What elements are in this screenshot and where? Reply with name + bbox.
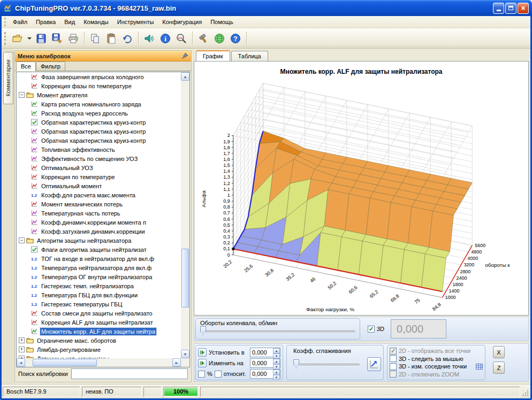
tree-item[interactable]: Обратная характеристика круиз-контр: [17, 136, 181, 145]
tree-item[interactable]: 1.2Температура нейтрализатора для вкл.ф: [17, 263, 181, 272]
spin-down-button[interactable]: ▼: [273, 375, 280, 380]
calibration-search-input[interactable]: [71, 368, 188, 379]
tree-item[interactable]: Флаги алгоритма защиты нейтрализат: [17, 245, 181, 254]
menu-item[interactable]: Правка: [32, 17, 60, 27]
display-option-2[interactable]: 3D - следить за мышью: [390, 355, 483, 363]
tools-button[interactable]: [195, 30, 211, 47]
menu-item[interactable]: Команды: [79, 17, 113, 27]
set-to-spinner[interactable]: 0,000 ▲▼: [250, 348, 280, 357]
tab-all[interactable]: Все: [16, 61, 36, 71]
tree-item[interactable]: Обратная характеристика круиз-контр: [17, 127, 181, 136]
tree-item[interactable]: Оптимальный УОЗ: [17, 163, 181, 172]
menu-item[interactable]: Конфигурация: [158, 17, 206, 27]
tree-item[interactable]: 1.2Коэфф.для расчета макс.момента: [17, 190, 181, 199]
set-to-value[interactable]: 0,000: [250, 348, 273, 357]
tree-folder[interactable]: −Алгоритм защиты нейтрализатора: [17, 236, 181, 245]
tree-item[interactable]: 1.2Гистерезис темп. нейтрализатора: [17, 281, 181, 290]
tree-item[interactable]: Коррекция фазы по температуре: [17, 81, 181, 90]
copy-button[interactable]: [87, 30, 103, 47]
tab-filter[interactable]: Фильтр: [36, 61, 65, 71]
change-by-button[interactable]: [198, 359, 207, 367]
tree-expander[interactable]: −: [19, 237, 25, 243]
change-by-spinner[interactable]: 0,000 ▲▼: [250, 358, 280, 368]
menu-item[interactable]: Вид: [60, 17, 79, 27]
smoothing-apply-button[interactable]: [367, 357, 381, 371]
title-bar[interactable]: ChipTuningPRO ver.7.0.3.734 - 96842715_r…: [0, 0, 532, 16]
display-option-3[interactable]: 3D - изм. соседние точки: [390, 363, 483, 371]
tree-item[interactable]: Эффективность по смещению УОЗ: [17, 154, 181, 163]
tree-vertical-scrollbar[interactable]: ▲ ▼: [181, 72, 189, 358]
tree-item[interactable]: 1.2ТОГ на входе в нейтрализатор для вкл.…: [17, 254, 181, 263]
tree-item[interactable]: Момент механических потерь: [17, 199, 181, 209]
print-button[interactable]: [65, 30, 81, 47]
tree-item[interactable]: Температурная часть потерь: [17, 209, 181, 218]
tree-folder[interactable]: −Момент двигателя: [17, 90, 181, 99]
smoothing-slider-thumb[interactable]: [293, 359, 299, 368]
set-to-button[interactable]: [198, 348, 207, 357]
vertical-scroll-thumb[interactable]: [181, 249, 189, 307]
tree-item[interactable]: 1.2Температура ГБЦ для вкл.функции: [17, 290, 181, 299]
tab-chart[interactable]: График: [196, 50, 230, 61]
tree-item[interactable]: Расход воздуха через дроссель: [17, 109, 181, 118]
rpm-slider-thumb[interactable]: [200, 326, 206, 335]
maximize-button[interactable]: [505, 3, 516, 14]
horizontal-scroll-thumb[interactable]: [33, 359, 97, 366]
surface-plot[interactable]: 21,91,81,71,61,51,41,31,21,110,90,80,70,…: [197, 79, 526, 314]
save-as-button[interactable]: [49, 30, 65, 47]
close-button[interactable]: ×: [518, 3, 529, 14]
zoom-button[interactable]: 10x: [173, 30, 189, 47]
help-button[interactable]: ?: [227, 30, 244, 47]
save-button[interactable]: [33, 30, 49, 47]
tree-expander[interactable]: +: [19, 337, 25, 343]
spin-up-button[interactable]: ▲: [273, 370, 280, 375]
minimize-button[interactable]: [493, 3, 504, 14]
comments-tab[interactable]: Комментарии: [3, 52, 13, 104]
checkbox-percent[interactable]: %: [198, 371, 212, 378]
resize-grip[interactable]: [522, 387, 529, 397]
tree-item[interactable]: Множитель корр. ALF для защиты нейтра: [17, 327, 181, 336]
menu-item[interactable]: Инструменты: [113, 17, 158, 27]
tree-item[interactable]: Карта расчета номинального заряда: [17, 99, 181, 109]
tree-horizontal-scrollbar[interactable]: ◄ ►: [17, 358, 181, 367]
checkbox-relative[interactable]: относит.: [215, 371, 248, 378]
spin-up-button[interactable]: ▲: [273, 348, 280, 353]
internet-button[interactable]: [211, 30, 227, 47]
undo-button[interactable]: [119, 30, 135, 47]
tree-item[interactable]: Обратная характеристика круиз-контр: [17, 118, 181, 127]
tree-item[interactable]: Оптимальный момент: [17, 181, 181, 190]
tree-expander[interactable]: +: [19, 347, 25, 352]
rpm-slider[interactable]: [199, 326, 356, 336]
paste-button[interactable]: [103, 30, 119, 47]
scroll-right-button[interactable]: ►: [172, 358, 181, 367]
spin-up-button[interactable]: ▲: [273, 359, 280, 364]
tree-expander[interactable]: −: [19, 92, 25, 98]
info-button[interactable]: i: [157, 30, 173, 47]
chart-panel[interactable]: Множитель корр. ALF для защиты нейтрализ…: [194, 61, 529, 316]
tree-item[interactable]: Состав смеси для защиты нейтрализато: [17, 309, 181, 318]
adjust-value[interactable]: 0,000: [250, 370, 273, 378]
open-button[interactable]: [10, 30, 26, 47]
scroll-down-button[interactable]: ▼: [181, 350, 189, 358]
tree-item[interactable]: Коррекция по температуре: [17, 172, 181, 181]
scroll-up-button[interactable]: ▲: [181, 72, 189, 81]
adjust-spinner[interactable]: 0,000 ▲▼: [250, 369, 280, 379]
tree-item[interactable]: Коррекция ALF для защиты нейтрализат: [17, 318, 181, 327]
smoothing-slider[interactable]: [292, 359, 361, 369]
tree-item[interactable]: Фаза завершения впрыска холодного: [17, 72, 181, 81]
tree-folder[interactable]: +Лямбда-регулирование: [17, 345, 181, 354]
tree-item[interactable]: 1.2Гистерезис температуры ГБЦ: [17, 299, 181, 309]
tree-folder[interactable]: +Датчики и исп. механизмы: [17, 354, 181, 358]
open-dropdown-button[interactable]: [26, 30, 33, 47]
sound-button[interactable]: [141, 30, 157, 47]
checkbox-3d[interactable]: ✓ 3D: [368, 326, 384, 333]
tree-folder[interactable]: +Ограничение макс. оборотов: [17, 336, 181, 345]
menu-item[interactable]: Файл: [9, 17, 32, 27]
tree-item[interactable]: Топливная эффективность: [17, 145, 181, 154]
z-axis-button[interactable]: Z: [493, 361, 505, 374]
tree-item[interactable]: Коэфф.динамич.коррекции момента п: [17, 218, 181, 227]
tree-item[interactable]: Коэфф.затухания динамич.коррекции: [17, 227, 181, 236]
pin-icon[interactable]: [181, 52, 188, 59]
scroll-left-button[interactable]: ◄: [17, 358, 25, 367]
tree-item[interactable]: 1.2Температура ОГ внутри нейтрализатора: [17, 272, 181, 281]
tab-table[interactable]: Таблица: [231, 51, 268, 61]
